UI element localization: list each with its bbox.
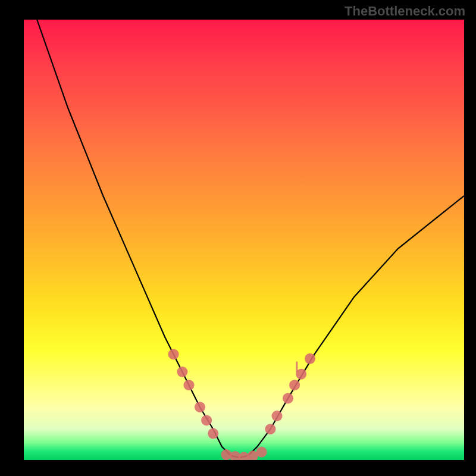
curve-group (37, 20, 464, 460)
data-marker (283, 393, 293, 403)
data-marker (208, 428, 218, 439)
data-marker (168, 349, 179, 359)
curve-svg (24, 20, 464, 460)
data-marker (305, 353, 315, 364)
data-marker (195, 402, 205, 412)
chart-container: TheBottleneck.com (0, 0, 476, 476)
data-marker (265, 424, 275, 434)
watermark-text: TheBottleneck.com (345, 4, 465, 19)
data-marker (177, 367, 187, 377)
data-marker (289, 380, 300, 390)
data-marker (272, 411, 283, 421)
data-marker (184, 380, 195, 390)
data-marker (221, 449, 231, 460)
bottleneck-curve (37, 20, 464, 458)
data-marker (201, 415, 212, 425)
data-marker (256, 447, 267, 458)
markers-bottom (221, 447, 267, 460)
